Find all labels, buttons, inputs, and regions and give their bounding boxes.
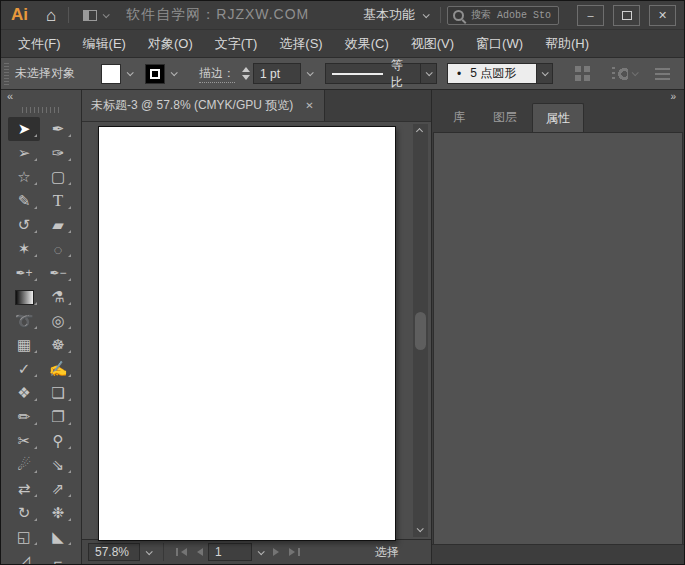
brush-dropdown-button[interactable] bbox=[537, 63, 553, 84]
previous-page-button[interactable] bbox=[192, 548, 208, 556]
menu-edit[interactable]: 编辑(E) bbox=[72, 35, 137, 53]
hidden-tool-2[interactable]: ⌐ bbox=[42, 549, 74, 564]
page-number-field[interactable]: 1 bbox=[208, 543, 252, 561]
zoom-dropdown-button[interactable] bbox=[140, 542, 156, 562]
fill-dropdown-button[interactable] bbox=[121, 64, 137, 84]
magic-wand-tool[interactable]: ✶ bbox=[8, 237, 40, 261]
symbol-spinner-tool[interactable]: ↻ bbox=[8, 501, 40, 525]
brush-combo[interactable]: • 5 点圆形 bbox=[447, 63, 537, 84]
menu-object[interactable]: 对象(O) bbox=[137, 35, 204, 53]
shape-builder-tool[interactable]: ❏ bbox=[42, 381, 74, 405]
symbol-stainer-tool[interactable]: ❉ bbox=[42, 501, 74, 525]
scroll-down-icon[interactable] bbox=[417, 525, 424, 532]
hidden-tool-1[interactable]: ◿ bbox=[8, 549, 40, 564]
gradient-tool[interactable] bbox=[8, 285, 40, 309]
type-tool[interactable]: T bbox=[42, 189, 74, 213]
minimize-button[interactable]: – bbox=[577, 5, 604, 26]
close-button[interactable]: ✕ bbox=[649, 5, 676, 26]
symbol-shifter-tool[interactable]: ⇄ bbox=[8, 477, 40, 501]
menu-view[interactable]: 视图(V) bbox=[400, 35, 465, 53]
lasso-tool[interactable]: ◌ bbox=[42, 237, 74, 261]
artboard-tool[interactable]: ❐ bbox=[42, 405, 74, 429]
vertical-scrollbar[interactable] bbox=[413, 124, 428, 537]
blend-tool[interactable]: ❖ bbox=[8, 381, 40, 405]
arrange-documents-button[interactable] bbox=[575, 66, 590, 81]
next-page-button[interactable] bbox=[268, 548, 284, 556]
previous-page-icon bbox=[197, 548, 203, 556]
direct-selection-tool[interactable]: ➢ bbox=[8, 141, 40, 165]
selection-tool[interactable]: ➤ bbox=[8, 117, 40, 141]
last-page-button[interactable] bbox=[284, 548, 305, 556]
zoom-level-field[interactable]: 57.8% bbox=[88, 543, 140, 561]
eraser-tool[interactable]: ▰ bbox=[42, 213, 74, 237]
rectangle-tool[interactable]: ▢ bbox=[42, 165, 74, 189]
document-tab[interactable]: 未标题-3 @ 57.8% (CMYK/GPU 预览) ✕ bbox=[82, 90, 325, 121]
pen-tool[interactable]: ✒ bbox=[42, 117, 74, 141]
puppet-warp-tool[interactable]: ✍ bbox=[42, 357, 74, 381]
chevron-down-icon[interactable] bbox=[103, 11, 110, 18]
canvas[interactable] bbox=[82, 122, 431, 539]
add-anchor-point-tool[interactable]: ✒+ bbox=[8, 261, 40, 285]
eyedropper-tool[interactable]: ⚗ bbox=[42, 285, 74, 309]
fill-swatch-icon[interactable] bbox=[101, 64, 121, 84]
workspace-layout-icon[interactable] bbox=[83, 10, 97, 21]
fill-color-combo[interactable] bbox=[101, 63, 137, 84]
symbol-sprayer-tool[interactable]: ☄ bbox=[8, 453, 40, 477]
menu-help[interactable]: 帮助(H) bbox=[534, 35, 600, 53]
rotate-tool[interactable]: ↺ bbox=[8, 213, 40, 237]
menu-window[interactable]: 窗口(W) bbox=[465, 35, 534, 53]
adobe-stock-search[interactable] bbox=[447, 6, 559, 25]
pencil-tool[interactable]: ✏ bbox=[8, 405, 40, 429]
width-profile-combo[interactable]: 等比 bbox=[325, 63, 421, 84]
perspective-selection-tool[interactable]: ◣ bbox=[42, 525, 74, 549]
menu-file[interactable]: 文件(F) bbox=[7, 35, 72, 53]
stroke-color-combo[interactable] bbox=[145, 63, 181, 84]
scroll-up-icon[interactable] bbox=[416, 128, 423, 135]
curvature-tool[interactable]: ✑ bbox=[42, 141, 74, 165]
perspective-grid-tool[interactable]: ◱ bbox=[8, 525, 40, 549]
twirl-tool[interactable]: ➰ bbox=[8, 309, 40, 333]
paintbrush-tool[interactable]: ✎ bbox=[8, 189, 40, 213]
workspace-switcher[interactable]: 基本功能 bbox=[357, 6, 434, 24]
symbol-sizer-tool[interactable]: ⇗ bbox=[42, 477, 74, 501]
panel-menu-button[interactable] bbox=[655, 68, 670, 80]
chevron-down-icon bbox=[542, 69, 549, 76]
maximize-button[interactable] bbox=[613, 5, 640, 26]
document-arrangement-button[interactable] bbox=[612, 67, 637, 81]
delete-anchor-point-tool[interactable]: ✒− bbox=[42, 261, 74, 285]
zoom-tool[interactable]: ⚲ bbox=[42, 429, 74, 453]
panel-collapse-button[interactable]: » bbox=[432, 90, 684, 103]
page-dropdown-button[interactable] bbox=[252, 542, 268, 562]
toolbar-collapse-button[interactable]: « bbox=[1, 90, 81, 104]
menu-effect[interactable]: 效果(C) bbox=[334, 35, 400, 53]
home-icon[interactable]: ⌂ bbox=[40, 7, 62, 24]
shaper-tool[interactable]: ✓ bbox=[8, 357, 40, 381]
tab-layers[interactable]: 图层 bbox=[480, 103, 530, 132]
width-profile-dropdown-button[interactable] bbox=[421, 63, 437, 84]
first-page-button[interactable] bbox=[171, 548, 192, 556]
stroke-panel-link[interactable]: 描边： bbox=[199, 65, 235, 83]
symbol-scruncher-tool[interactable]: ⇘ bbox=[42, 453, 74, 477]
artboard[interactable] bbox=[98, 126, 396, 541]
tab-libraries[interactable]: 库 bbox=[440, 103, 478, 132]
panel-drag-handle[interactable] bbox=[4, 63, 9, 85]
toolbar-drag-handle[interactable] bbox=[22, 107, 60, 113]
stroke-width-value[interactable]: 1 pt bbox=[253, 63, 301, 84]
tab-properties[interactable]: 属性 bbox=[532, 103, 584, 132]
search-input[interactable] bbox=[469, 9, 553, 22]
menu-type[interactable]: 文字(T) bbox=[204, 35, 269, 53]
rectangular-grid-tool[interactable]: ▦ bbox=[8, 333, 40, 357]
knife-tool[interactable]: ✂ bbox=[8, 429, 40, 453]
star-tool[interactable]: ☆ bbox=[8, 165, 40, 189]
orbit-tool[interactable]: ◎ bbox=[42, 309, 74, 333]
stroke-swatch-icon[interactable] bbox=[145, 64, 165, 84]
polar-grid-tool[interactable]: ☸ bbox=[42, 333, 74, 357]
tab-close-icon[interactable]: ✕ bbox=[305, 100, 313, 111]
stepper-down-icon[interactable] bbox=[242, 75, 250, 80]
stroke-width-stepper[interactable] bbox=[242, 67, 250, 80]
menu-select[interactable]: 选择(S) bbox=[268, 35, 333, 53]
stroke-width-dropdown-button[interactable] bbox=[301, 64, 317, 84]
stroke-dropdown-button[interactable] bbox=[165, 64, 181, 84]
scrollbar-thumb[interactable] bbox=[415, 312, 426, 350]
stepper-up-icon[interactable] bbox=[242, 67, 250, 72]
